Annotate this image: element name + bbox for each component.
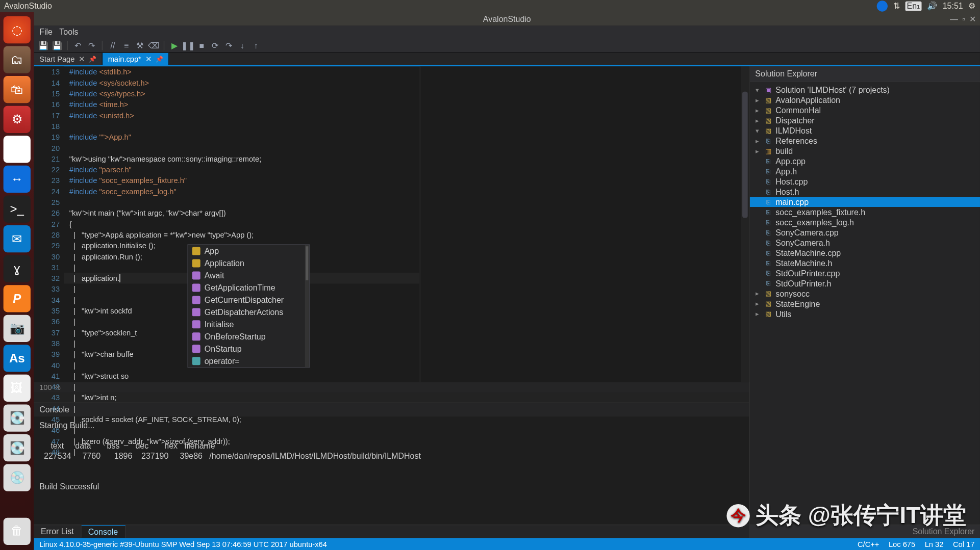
autocomplete-item[interactable]: GetCurrentDispatcher [188,294,309,306]
tree-node[interactable]: ▸⎘References [750,136,980,146]
code-line[interactable]: #include <stdlib.h> [64,66,420,77]
restart-icon[interactable]: ⟳ [210,40,220,50]
tree-node[interactable]: ⎘SonyCamera.cpp [750,227,980,238]
tree-node[interactable]: ⎘SonyCamera.h [750,238,980,248]
code-line[interactable]: #include "">App.h" [64,132,420,142]
code-line[interactable]: #include <sys/types.h> [64,88,420,99]
build-icon[interactable]: ⚒ [135,40,145,50]
tree-node[interactable]: ▸▧sonysocc [750,289,980,299]
autocomplete-item[interactable]: Application [188,257,309,270]
tree-node[interactable]: ⎘Host.cpp [750,176,980,187]
maximize-button[interactable]: ▫ [962,14,965,24]
disk2-icon[interactable]: 💽 [4,434,31,461]
tree-node[interactable]: ⎘StdOutPrinter.h [750,278,980,289]
tree-node[interactable]: ⎘main.cpp [750,197,980,207]
code-line[interactable] [64,121,420,132]
code-line[interactable]: | sockfd = socket (AF_INET, SOCK_STREAM,… [64,414,420,425]
ubuntu-dash-icon[interactable]: ◌ [4,16,31,43]
tree-node[interactable]: ⎘socc_examples_log.h [750,217,980,227]
avalonstudio-icon[interactable]: As [4,345,31,372]
close-button[interactable]: ✕ [969,14,976,24]
code-line[interactable]: #include "parser.h" [64,164,420,175]
terminal-icon[interactable]: >_ [4,195,31,222]
code-line[interactable]: | [64,403,420,414]
disk-icon[interactable]: 💽 [4,404,31,431]
clock[interactable]: 15:51 [943,2,963,11]
trash-icon[interactable]: 🗑 [4,517,31,544]
pin-icon[interactable]: 📌 [89,56,96,62]
camera-icon[interactable]: 📷 [4,315,31,342]
menu-file[interactable]: File [39,27,53,37]
tab-error-list[interactable]: Error List [34,525,82,537]
p-app-icon[interactable]: P [4,285,31,312]
intellisense-popup[interactable]: AppApplicationAwaitGetApplicationTimeGet… [187,244,310,368]
tree-node[interactable]: ▸▧Dispatcher [750,115,980,125]
tree-node[interactable]: ⎘Host.h [750,187,980,197]
step-over-icon[interactable]: ↷ [223,40,234,50]
autocomplete-item[interactable]: OnStartup [188,343,309,355]
tree-node[interactable]: ⎘App.cpp [750,156,980,166]
tree-node[interactable]: ▸▧StateEngine [750,299,980,309]
uncomment-icon[interactable]: ≡ [121,40,132,50]
step-out-icon[interactable]: ↑ [250,40,261,50]
save-icon[interactable]: 💾 [38,40,49,50]
volume-icon[interactable]: 🔊 [927,2,937,11]
software-center-icon[interactable]: 🛍 [4,76,31,103]
autocomplete-item[interactable]: GetDispatcherActions [188,306,309,318]
code-line[interactable] [64,197,420,207]
dvd-icon[interactable]: 💿 [4,464,31,491]
tab-start-page[interactable]: Start Page ✕ 📌 [34,53,103,65]
tree-node[interactable]: ⎘StateMachine.h [750,258,980,268]
tree-node[interactable]: ⎘StdOutPrinter.cpp [750,268,980,278]
autocomplete-item[interactable]: operator= [188,355,309,367]
code-line[interactable]: | [64,381,420,392]
vertical-scrollbar[interactable] [741,66,749,381]
power-icon[interactable]: ⚙ [968,2,976,11]
pin-icon[interactable]: 📌 [156,56,163,62]
solution-root[interactable]: ▾▣Solution 'ILMDHost' (7 projects) [750,85,980,95]
autocomplete-item[interactable]: App [188,245,309,257]
code-line[interactable]: | "type">App& application = *"kw">new "t… [64,229,420,240]
pictures-icon[interactable]: 🖼 [4,375,31,402]
code-line[interactable]: "kw">using "kw">namespace com::sony::ima… [64,153,420,164]
code-line[interactable]: | "kw">int n; [64,392,420,403]
code-line[interactable]: #include "socc_examples_fixture.h" [64,175,420,186]
settings-red-icon[interactable]: ⚙ [4,106,31,133]
autocomplete-item[interactable]: Await [188,270,309,282]
save-all-icon[interactable]: 💾 [52,40,62,50]
tree-node[interactable]: ⎘socc_examples_fixture.h [750,207,980,217]
close-icon[interactable]: ✕ [79,55,85,63]
stop-icon[interactable]: ■ [196,40,207,50]
teamviewer-icon[interactable]: ↔ [4,166,31,193]
editor-split-right[interactable] [420,66,741,381]
autocomplete-item[interactable]: Initialise [188,318,309,330]
comment-icon[interactable]: // [107,40,118,50]
autocomplete-item[interactable]: OnBeforeStartup [188,330,309,343]
tree-node[interactable]: ⎘StateMachine.cpp [750,248,980,258]
clean-icon[interactable]: ⌫ [148,40,159,50]
code-line[interactable]: | [64,447,420,457]
minimize-button[interactable]: — [950,14,958,24]
autocomplete-item[interactable]: GetApplicationTime [188,281,309,294]
mail-icon[interactable]: ✉ [4,225,31,252]
code-line[interactable] [64,143,420,153]
code-line[interactable]: { [64,219,420,229]
tree-node[interactable]: ▸▧AvalonApplication [750,95,980,105]
tab-main-cpp[interactable]: main.cpp* ✕ 📌 [103,53,169,65]
tree-node[interactable]: ⎘App.h [750,166,980,176]
code-line[interactable]: | [64,425,420,435]
tree-node[interactable]: ▸▧Utils [750,309,980,319]
step-into-icon[interactable]: ↓ [237,40,248,50]
tree-node[interactable]: ▸▧CommonHal [750,105,980,115]
tree-node[interactable]: ▾▧ILMDHost [750,125,980,136]
code-line[interactable]: | "kw">struct so [64,371,420,381]
teamviewer-tray-icon[interactable] [877,1,888,11]
pause-icon[interactable]: ❚❚ [183,40,193,50]
code-line[interactable]: #include <time.h> [64,99,420,110]
close-icon[interactable]: ✕ [145,55,152,63]
files-icon[interactable]: 🗂 [4,46,31,73]
solution-tree[interactable]: ▾▣Solution 'ILMDHost' (7 projects)▸▧Aval… [750,82,980,524]
code-line[interactable]: "kw">int main ("kw">int argc, "kw">char*… [64,207,420,218]
code-line[interactable]: #include <unistd.h> [64,110,420,121]
chromium-icon[interactable]: ◉ [4,136,31,163]
